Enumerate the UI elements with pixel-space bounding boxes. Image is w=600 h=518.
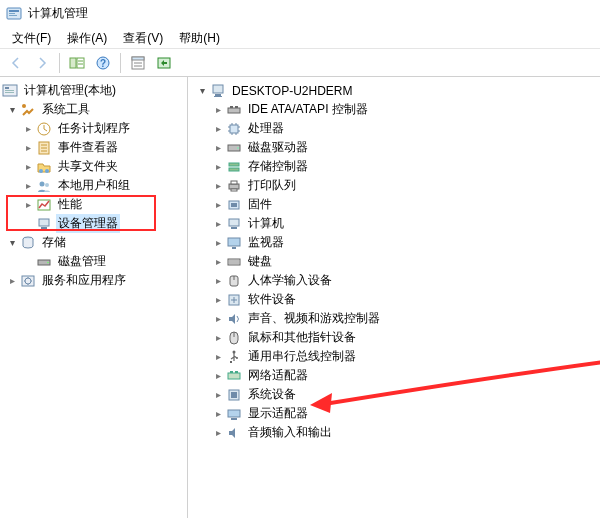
tree-device-manager[interactable]: 设备管理器 (0, 214, 187, 233)
services-icon (20, 273, 36, 289)
expander-icon[interactable] (210, 159, 226, 175)
cat-software[interactable]: 软件设备 (188, 290, 600, 309)
tree-performance[interactable]: 性能 (0, 195, 187, 214)
tree-local-users[interactable]: 本地用户和组 (0, 176, 187, 195)
expander-icon[interactable] (210, 368, 226, 384)
expander-icon[interactable] (210, 235, 226, 251)
properties-button[interactable] (126, 51, 150, 75)
expander-icon[interactable] (210, 102, 226, 118)
expander-icon[interactable] (210, 273, 226, 289)
svg-text:?: ? (100, 58, 106, 69)
cat-cpu-label: 处理器 (246, 119, 286, 138)
cat-mouse[interactable]: 鼠标和其他指针设备 (188, 328, 600, 347)
cat-storage-ctrl[interactable]: 存储控制器 (188, 157, 600, 176)
cat-hid[interactable]: 人体学输入设备 (188, 271, 600, 290)
expander-icon[interactable] (20, 159, 36, 175)
expander-icon[interactable] (20, 197, 36, 213)
tree-event-viewer[interactable]: 事件查看器 (0, 138, 187, 157)
forward-button[interactable] (30, 51, 54, 75)
svg-rect-39 (215, 94, 221, 96)
expander-icon[interactable] (210, 292, 226, 308)
expander-icon[interactable] (210, 216, 226, 232)
expander-icon[interactable] (210, 121, 226, 137)
svg-rect-40 (214, 96, 222, 97)
disk-drive-icon (226, 140, 242, 156)
cat-print-queue[interactable]: 打印队列 (188, 176, 600, 195)
cat-sound[interactable]: 声音、视频和游戏控制器 (188, 309, 600, 328)
audio-io-icon (226, 425, 242, 441)
tree-shared-folders-label: 共享文件夹 (56, 157, 120, 176)
svg-point-19 (22, 104, 26, 108)
refresh-button[interactable] (152, 51, 176, 75)
svg-rect-49 (229, 184, 239, 189)
svg-rect-32 (40, 229, 48, 230)
menu-view[interactable]: 查看(V) (115, 28, 171, 49)
tree-disk-mgmt[interactable]: 磁盘管理 (0, 252, 187, 271)
device-root[interactable]: DESKTOP-U2HDERM (188, 81, 600, 100)
svg-rect-18 (5, 92, 14, 93)
svg-rect-74 (231, 418, 237, 420)
network-icon (226, 368, 242, 384)
tree-shared-folders[interactable]: 共享文件夹 (0, 157, 187, 176)
cat-network[interactable]: 网络适配器 (188, 366, 600, 385)
expander-icon[interactable] (4, 102, 20, 118)
menu-help[interactable]: 帮助(H) (171, 28, 228, 49)
expander-icon[interactable] (210, 197, 226, 213)
svg-point-35 (47, 261, 49, 263)
help-button[interactable]: ? (91, 51, 115, 75)
expander-icon[interactable] (4, 273, 20, 289)
usb-icon (226, 349, 242, 365)
cat-firmware[interactable]: 固件 (188, 195, 600, 214)
back-button[interactable] (4, 51, 28, 75)
expander-icon[interactable] (210, 311, 226, 327)
expander-icon[interactable] (194, 83, 210, 99)
menu-action[interactable]: 操作(A) (59, 28, 115, 49)
toolbar: ? (0, 49, 600, 77)
storage-icon (20, 235, 36, 251)
tree-task-scheduler[interactable]: 任务计划程序 (0, 119, 187, 138)
svg-rect-51 (231, 189, 237, 191)
expander-icon[interactable] (4, 235, 20, 251)
cat-cpu[interactable]: 处理器 (188, 119, 600, 138)
svg-rect-48 (229, 168, 239, 171)
expander-icon[interactable] (210, 349, 226, 365)
tree-services-apps[interactable]: 服务和应用程序 (0, 271, 187, 290)
cat-keyboard[interactable]: 键盘 (188, 252, 600, 271)
cat-mouse-label: 鼠标和其他指针设备 (246, 328, 358, 347)
svg-rect-11 (132, 57, 144, 60)
tree-root[interactable]: 计算机管理(本地) (0, 81, 187, 100)
shared-folder-icon (36, 159, 52, 175)
clock-icon (36, 121, 52, 137)
cat-disk-drive[interactable]: 磁盘驱动器 (188, 138, 600, 157)
expander-icon[interactable] (210, 387, 226, 403)
expander-icon[interactable] (210, 406, 226, 422)
tree-task-scheduler-label: 任务计划程序 (56, 119, 132, 138)
cat-software-label: 软件设备 (246, 290, 298, 309)
expander-icon[interactable] (20, 140, 36, 156)
right-pane: DESKTOP-U2HDERM IDE ATA/ATAPI 控制器 处理器 磁盘… (188, 77, 600, 518)
menu-file[interactable]: 文件(F) (4, 28, 59, 49)
svg-rect-17 (5, 90, 14, 91)
cat-display[interactable]: 显示适配器 (188, 404, 600, 423)
show-hide-tree-button[interactable] (65, 51, 89, 75)
tree-system-tools[interactable]: 系统工具 (0, 100, 187, 119)
cat-sys-dev[interactable]: 系统设备 (188, 385, 600, 404)
cat-monitor[interactable]: 监视器 (188, 233, 600, 252)
expander-icon[interactable] (210, 425, 226, 441)
expander-icon[interactable] (20, 178, 36, 194)
expander-icon[interactable] (210, 330, 226, 346)
svg-rect-5 (77, 58, 84, 68)
expander-icon[interactable] (20, 121, 36, 137)
firmware-icon (226, 197, 242, 213)
cat-ide[interactable]: IDE ATA/ATAPI 控制器 (188, 100, 600, 119)
cat-audio-io[interactable]: 音频输入和输出 (188, 423, 600, 442)
expander-icon[interactable] (210, 140, 226, 156)
cat-usb[interactable]: 通用串行总线控制器 (188, 347, 600, 366)
expander-icon[interactable] (210, 254, 226, 270)
menubar: 文件(F) 操作(A) 查看(V) 帮助(H) (0, 28, 600, 49)
svg-rect-56 (228, 238, 240, 246)
svg-rect-57 (232, 247, 236, 249)
cat-computer[interactable]: 计算机 (188, 214, 600, 233)
expander-icon[interactable] (210, 178, 226, 194)
tree-storage[interactable]: 存储 (0, 233, 187, 252)
